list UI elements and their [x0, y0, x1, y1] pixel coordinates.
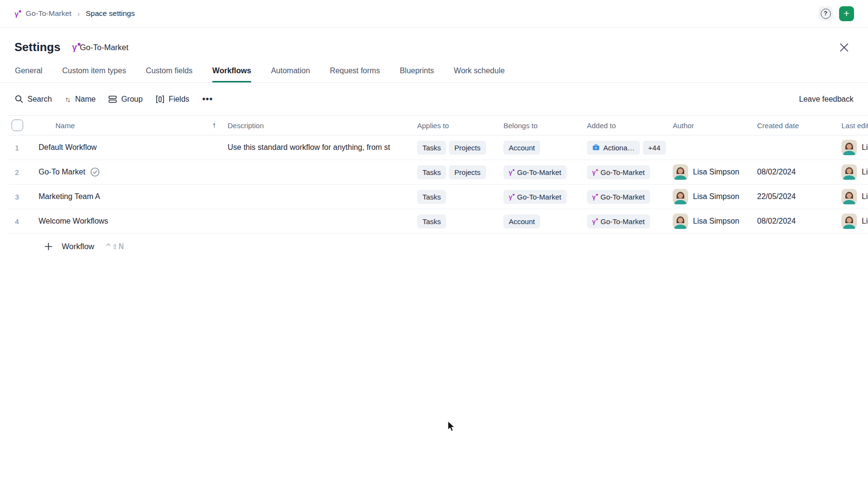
column-header-author[interactable]: Author	[673, 121, 757, 130]
tab-request-forms[interactable]: Request forms	[330, 62, 380, 82]
tab-blueprints[interactable]: Blueprints	[400, 62, 434, 82]
table-row[interactable]: 2 Go-To Market Tasks Projects γ Go-To-Ma…	[9, 160, 868, 185]
space-badge-label: Go-To-Market	[80, 43, 129, 52]
more-options-button[interactable]: •••	[203, 94, 213, 104]
space-icon: γ	[14, 10, 18, 17]
column-header-applies-to[interactable]: Applies to	[417, 121, 503, 130]
added-to-chip: γ Go-To-Market	[587, 165, 650, 179]
sort-ascending-icon[interactable]: ↑	[212, 121, 216, 130]
plus-icon	[44, 242, 53, 251]
table-row[interactable]: 1 Default Workflow Use this standard wor…	[9, 135, 868, 160]
workflow-name[interactable]: Welcome Workflows	[38, 217, 108, 226]
help-icon: ?	[821, 9, 831, 19]
added-to-chip: Actiona…	[587, 141, 640, 155]
add-workflow-label: Workflow	[62, 242, 95, 251]
settings-tabs: General Custom item types Custom fields …	[0, 62, 868, 83]
column-header-created-date[interactable]: Created date	[757, 121, 841, 130]
last-edited-by: Lisa Simpson	[862, 143, 868, 152]
added-to-label: Go-To-Market	[600, 217, 645, 226]
add-workflow-button[interactable]: Workflow ^⇧N	[44, 242, 868, 251]
avatar	[841, 214, 857, 229]
workflow-name[interactable]: Go-To Market	[38, 168, 85, 176]
search-label: Search	[27, 95, 52, 104]
belongs-to-label: Go-To-Market	[517, 193, 561, 201]
applies-to-chip: Projects	[449, 165, 486, 179]
space-icon: γ	[592, 169, 596, 175]
applies-to-chip: Tasks	[417, 214, 446, 228]
fields-button[interactable]: Fields	[156, 95, 190, 104]
sort-label: Name	[75, 95, 96, 104]
table-header-row: Name ↑ Description Applies to Belongs to…	[9, 115, 868, 135]
belongs-to-chip: γ Go-To-Market	[503, 165, 567, 179]
sort-arrows-icon: ↑↓	[65, 95, 71, 103]
column-header-added-to[interactable]: Added to	[587, 121, 673, 130]
avatar	[673, 189, 688, 204]
select-all-checkbox[interactable]	[12, 120, 23, 131]
row-number: 1	[9, 144, 19, 152]
author-name: Lisa Simpson	[693, 192, 739, 201]
breadcrumb: γ Go-To-Market › Space settings	[14, 9, 135, 18]
row-number: 4	[9, 217, 19, 226]
column-header-description[interactable]: Description	[227, 121, 417, 130]
table-row[interactable]: 4 Welcome Workflows Tasks Account γ Go-T…	[9, 209, 868, 234]
create-new-button[interactable]: +	[839, 6, 854, 21]
created-date: 22/05/2024	[757, 192, 796, 201]
applies-to-chip: Projects	[449, 141, 486, 155]
added-to-chip: γ Go-To-Market	[587, 214, 650, 228]
belongs-to-label: Go-To-Market	[517, 168, 561, 176]
fields-label: Fields	[169, 95, 190, 104]
column-header-belongs-to[interactable]: Belongs to	[503, 121, 587, 130]
avatar	[673, 214, 688, 229]
applies-to-chip: Tasks	[417, 141, 446, 155]
group-icon	[108, 95, 117, 103]
fields-icon	[156, 95, 164, 103]
chevron-right-icon: ›	[76, 10, 81, 18]
author-name: Lisa Simpson	[693, 217, 739, 226]
table-row[interactable]: 3 Marketing Team A Tasks γ Go-To-Market …	[9, 185, 868, 209]
tab-workflows[interactable]: Workflows	[212, 62, 251, 82]
space-icon: γ	[72, 43, 77, 52]
workflow-description: Use this standard workflow for anything,…	[227, 143, 417, 152]
help-button[interactable]: ?	[818, 6, 833, 21]
created-date: 08/02/2024	[757, 217, 796, 226]
space-icon: γ	[509, 169, 512, 175]
sort-button[interactable]: ↑↓ Name	[65, 95, 96, 104]
added-to-label: Actiona…	[603, 144, 635, 152]
space-icon: γ	[592, 218, 596, 225]
settings-panel-header: Settings γ Go-To-Market	[0, 27, 868, 54]
tab-general[interactable]: General	[15, 62, 42, 82]
space-icon: γ	[592, 194, 596, 200]
tab-work-schedule[interactable]: Work schedule	[454, 62, 505, 82]
top-bar: γ Go-To-Market › Space settings ? +	[0, 0, 868, 27]
leave-feedback-link[interactable]: Leave feedback	[799, 95, 854, 104]
close-button[interactable]	[837, 40, 851, 54]
close-icon	[840, 43, 849, 52]
column-header-name[interactable]: Name	[38, 121, 75, 130]
workflows-table: Name ↑ Description Applies to Belongs to…	[9, 115, 868, 234]
tab-custom-item-types[interactable]: Custom item types	[62, 62, 126, 82]
row-number: 3	[9, 193, 19, 201]
created-date: 08/02/2024	[757, 168, 796, 176]
belongs-to-chip: Account	[503, 141, 540, 155]
breadcrumb-page-label: Space settings	[86, 9, 135, 18]
workflow-name[interactable]: Default Workflow	[38, 143, 97, 152]
page-title: Settings	[14, 40, 60, 54]
space-badge: γ Go-To-Market	[72, 43, 128, 52]
tab-automation[interactable]: Automation	[271, 62, 310, 82]
belongs-to-chip: Account	[503, 214, 540, 228]
applies-to-chip: Tasks	[417, 190, 446, 204]
avatar	[841, 140, 857, 155]
breadcrumb-space-link[interactable]: γ Go-To-Market	[14, 9, 71, 18]
keyboard-shortcut: ^⇧N	[106, 242, 124, 251]
avatar	[673, 164, 688, 180]
column-header-last-edited[interactable]: Last edited by	[841, 121, 868, 130]
group-button[interactable]: Group	[108, 95, 142, 104]
avatar	[841, 189, 857, 204]
tab-custom-fields[interactable]: Custom fields	[146, 62, 192, 82]
workflow-name[interactable]: Marketing Team A	[38, 192, 100, 201]
search-button[interactable]: Search	[15, 95, 52, 104]
applies-to-chip: Tasks	[417, 165, 446, 179]
default-workflow-check-icon	[90, 167, 100, 177]
added-to-overflow-chip[interactable]: +44	[643, 141, 665, 155]
author-name: Lisa Simpson	[693, 168, 739, 176]
